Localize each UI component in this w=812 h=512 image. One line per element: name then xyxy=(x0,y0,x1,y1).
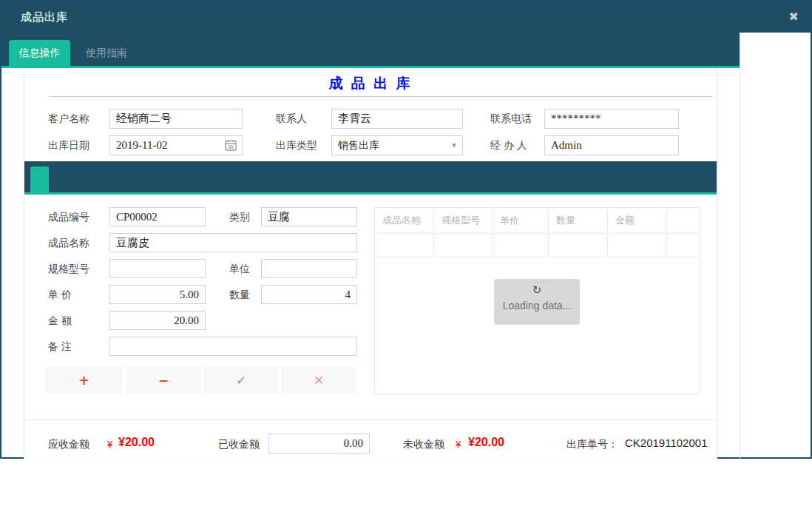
content-right-divider xyxy=(740,33,740,459)
outbound-date-input[interactable] xyxy=(109,135,243,155)
chevron-down-icon: ▾ xyxy=(452,136,456,155)
remark-input[interactable] xyxy=(109,337,357,356)
outbound-dialog: 成品出库 ✖ 信息操作 使用指南 成 品 出 库 客户名称 联系人 联系电话 出… xyxy=(0,0,812,459)
confirm-item-button[interactable]: ✓ xyxy=(203,366,279,394)
col-unit-price: 单价 xyxy=(493,208,549,233)
col-quantity: 数量 xyxy=(549,208,608,233)
calendar-icon[interactable] xyxy=(225,139,237,151)
loading-overlay: ↻ Loading data... xyxy=(494,279,580,325)
contact-input[interactable] xyxy=(331,109,463,129)
items-table-header: 成品名称 规格型号 单价 数量 金额 xyxy=(375,208,699,234)
receivable-currency: ¥ xyxy=(107,439,112,450)
category-input[interactable] xyxy=(261,207,357,226)
category-label: 类别 xyxy=(229,211,250,224)
col-empty xyxy=(667,208,699,233)
unit-input[interactable] xyxy=(261,259,357,278)
outbound-type-value: 销售出库 xyxy=(338,139,379,151)
item-section-active-tab[interactable] xyxy=(30,166,49,192)
amount-input[interactable] xyxy=(109,311,206,330)
unit-label: 单位 xyxy=(229,263,250,276)
operator-input[interactable] xyxy=(544,135,679,155)
quantity-input[interactable] xyxy=(261,285,357,304)
product-code-label: 成品编号 xyxy=(48,211,89,224)
remove-item-button[interactable]: − xyxy=(126,366,201,394)
operator-label: 经 办 人 xyxy=(490,139,527,152)
dialog-title: 成品出库 xyxy=(21,1,68,33)
order-number-value: CK20191102001 xyxy=(625,437,708,449)
amount-label: 金 额 xyxy=(48,314,72,328)
minus-icon: − xyxy=(158,373,169,388)
col-spec: 规格型号 xyxy=(434,208,493,233)
table-row xyxy=(375,234,699,257)
cross-icon: ✕ xyxy=(314,373,324,388)
outbound-date-label: 出库日期 xyxy=(48,139,89,152)
unit-price-label: 单 价 xyxy=(48,289,72,302)
unreceived-currency: ¥ xyxy=(456,439,461,450)
check-icon: ✓ xyxy=(236,373,246,388)
receivable-label: 应收金额 xyxy=(48,438,89,451)
tab-info-operation[interactable]: 信息操作 xyxy=(9,40,70,66)
page: 成品出库 ✖ 信息操作 使用指南 成 品 出 库 客户名称 联系人 联系电话 出… xyxy=(0,0,812,512)
customer-name-label: 客户名称 xyxy=(48,112,89,126)
form-title: 成 品 出 库 xyxy=(24,74,717,93)
unit-price-input[interactable] xyxy=(109,285,206,304)
customer-name-input[interactable] xyxy=(109,109,243,129)
title-underline xyxy=(50,96,712,97)
close-icon[interactable]: ✖ xyxy=(789,1,799,33)
spec-input[interactable] xyxy=(109,259,206,278)
footer-separator xyxy=(24,420,717,420)
phone-label: 联系电话 xyxy=(490,112,532,126)
form-card: 成 品 出 库 客户名称 联系人 联系电话 出库日期 出库类型 销售出库 xyxy=(24,68,717,459)
phone-input[interactable] xyxy=(544,109,679,129)
outbound-type-label: 出库类型 xyxy=(276,139,317,152)
received-amount-input[interactable] xyxy=(268,434,370,454)
order-number-label: 出库单号： xyxy=(566,438,618,451)
item-section-tabbar xyxy=(24,161,717,195)
quantity-label: 数量 xyxy=(229,289,250,302)
tab-strip: 信息操作 使用指南 xyxy=(1,33,740,68)
receivable-amount: ¥20.00 xyxy=(118,436,155,449)
received-label: 已收金额 xyxy=(218,438,260,451)
remark-label: 备 注 xyxy=(48,340,72,354)
loading-text: Loading data... xyxy=(494,300,580,311)
dialog-titlebar: 成品出库 ✖ xyxy=(1,1,811,33)
product-name-label: 成品名称 xyxy=(48,237,89,250)
spec-label: 规格型号 xyxy=(48,263,89,276)
unreceived-amount: ¥20.00 xyxy=(468,436,504,449)
cancel-item-button[interactable]: ✕ xyxy=(281,366,356,394)
col-amount: 金额 xyxy=(608,208,667,233)
outbound-type-select[interactable]: 销售出库 ▾ xyxy=(331,135,463,155)
plus-icon: + xyxy=(78,373,89,388)
product-name-input[interactable] xyxy=(109,233,357,252)
product-code-input[interactable] xyxy=(109,207,206,226)
col-product-name: 成品名称 xyxy=(375,208,434,233)
add-item-button[interactable]: + xyxy=(45,366,123,394)
tab-user-guide[interactable]: 使用指南 xyxy=(75,40,138,66)
contact-label: 联系人 xyxy=(276,112,307,126)
loading-spinner-icon: ↻ xyxy=(532,283,542,297)
unreceived-label: 未收金额 xyxy=(403,438,444,451)
